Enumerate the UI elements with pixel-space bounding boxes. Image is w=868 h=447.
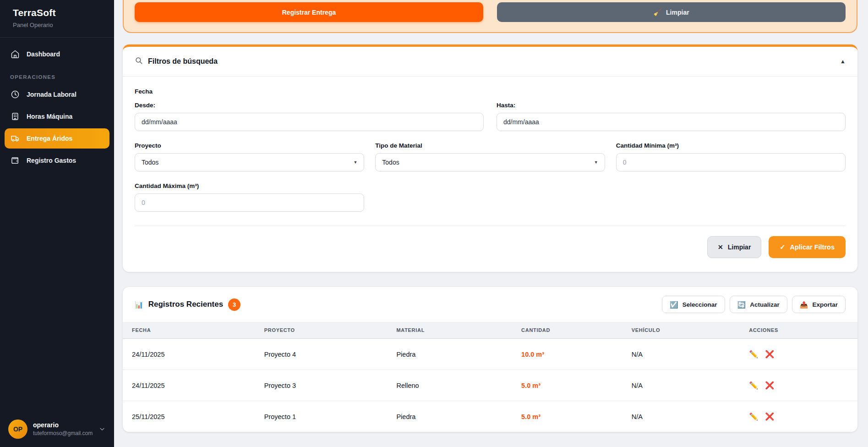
fecha-desde-input[interactable]	[135, 113, 484, 131]
cantidad-maxima-field: Cantidad Máxima (m³)	[135, 182, 364, 212]
records-table: FECHA PROYECTO MATERIAL CANTIDAD VEHÍCUL…	[123, 322, 857, 432]
sidebar-item-label: Horas Máquina	[27, 113, 72, 120]
actualizar-button[interactable]: 🔄 Actualizar	[730, 296, 787, 313]
material-label: Tipo de Material	[375, 142, 605, 149]
sidebar-item-label: Jornada Laboral	[27, 91, 76, 98]
cantidad-minima-label: Cantidad Mínima (m³)	[616, 142, 846, 149]
export-icon: 📤	[800, 301, 808, 308]
brand: TerraSoft Panel Operario	[0, 0, 114, 38]
sidebar-nav: Dashboard OPERACIONES Jornada Laboral Ho…	[0, 38, 114, 412]
main-content: Registrar Entrega 🧹 Limpiar Filtros de b…	[114, 0, 868, 447]
sidebar-item-label: Entrega Áridos	[27, 135, 72, 142]
cell-vehiculo: N/A	[622, 370, 740, 401]
column-header-acciones: ACCIONES	[740, 322, 857, 339]
fecha-group-label: Fecha	[135, 88, 846, 95]
cell-proyecto: Proyecto 3	[255, 370, 388, 401]
edit-pencil-icon[interactable]: ✏️	[749, 381, 758, 390]
wallet-icon	[10, 155, 20, 166]
exportar-button[interactable]: 📤 Exportar	[792, 296, 846, 313]
search-icon	[135, 56, 143, 66]
desde-field: Desde:	[135, 102, 484, 131]
delete-cross-icon[interactable]: ❌	[765, 350, 774, 359]
aplicar-filtros-button[interactable]: ✓ Aplicar Filtros	[769, 236, 846, 258]
sidebar-item-label: Registro Gastos	[27, 157, 76, 164]
fecha-hasta-input[interactable]	[497, 113, 846, 131]
seleccionar-button[interactable]: ☑️ Seleccionar	[662, 296, 725, 313]
sidebar-item-label: Dashboard	[27, 50, 60, 58]
cell-cantidad: 10.0 m³	[512, 339, 622, 370]
column-header-material: MATERIAL	[387, 322, 512, 339]
truck-icon	[10, 133, 20, 143]
cantidad-minima-input[interactable]	[616, 153, 846, 171]
cantidad-maxima-input[interactable]	[135, 193, 364, 212]
cell-fecha: 25/11/2025	[123, 401, 255, 432]
cell-proyecto: Proyecto 1	[255, 401, 388, 432]
sidebar-item-jornada-laboral[interactable]: Jornada Laboral	[5, 84, 109, 105]
cell-fecha: 24/11/2025	[123, 370, 255, 401]
cell-material: Relleno	[387, 370, 512, 401]
limpiar-form-label: Limpiar	[666, 9, 689, 16]
avatar: OP	[8, 419, 27, 439]
desde-label: Desde:	[135, 102, 484, 109]
check-icon: ✓	[780, 243, 785, 251]
records-header: 📊 Registros Recientes 3 ☑️ Seleccionar 🔄…	[123, 287, 857, 322]
filters-title-wrap: Filtros de búsqueda	[135, 56, 218, 66]
seleccionar-label: Seleccionar	[682, 301, 717, 308]
limpiar-filtros-label: Limpiar	[728, 243, 751, 251]
proyecto-selected-value: Todos	[142, 159, 158, 166]
table-row: 24/11/2025 Proyecto 4 Piedra 10.0 m³ N/A…	[123, 339, 857, 370]
registrar-entrega-button[interactable]: Registrar Entrega	[135, 2, 483, 22]
delete-cross-icon[interactable]: ❌	[765, 381, 774, 390]
hasta-label: Hasta:	[497, 102, 846, 109]
limpiar-filtros-button[interactable]: ✕ Limpiar	[707, 236, 761, 258]
cell-vehiculo: N/A	[622, 339, 740, 370]
clock-icon	[10, 89, 20, 99]
x-icon: ✕	[718, 243, 723, 251]
edit-pencil-icon[interactable]: ✏️	[749, 412, 758, 421]
filters-title: Filtros de búsqueda	[148, 57, 218, 66]
sidebar: TerraSoft Panel Operario Dashboard OPERA…	[0, 0, 114, 447]
cell-material: Piedra	[387, 401, 512, 432]
collapse-arrow-icon[interactable]: ▲	[840, 58, 846, 65]
limpiar-form-button[interactable]: 🧹 Limpiar	[497, 2, 846, 22]
records-toolbar: ☑️ Seleccionar 🔄 Actualizar 📤 Exportar	[662, 296, 846, 313]
proyecto-select[interactable]: Todos ▼	[135, 153, 364, 171]
broom-icon: 🧹	[653, 9, 662, 16]
sidebar-item-horas-maquina[interactable]: Horas Máquina	[5, 106, 109, 127]
chevron-down-icon[interactable]	[98, 425, 106, 433]
sidebar-item-dashboard[interactable]: Dashboard	[5, 44, 109, 64]
material-selected-value: Todos	[382, 159, 399, 166]
column-header-proyecto: PROYECTO	[255, 322, 388, 339]
column-header-vehiculo: VEHÍCULO	[622, 322, 740, 339]
table-row: 25/11/2025 Proyecto 1 Piedra 5.0 m³ N/A …	[123, 401, 857, 432]
records-title-wrap: 📊 Registros Recientes 3	[135, 298, 240, 311]
bar-chart-icon: 📊	[135, 301, 143, 308]
refresh-icon: 🔄	[737, 301, 746, 308]
user-name: operario	[33, 421, 93, 430]
app-title: TerraSoft	[13, 7, 101, 18]
delete-cross-icon[interactable]: ❌	[765, 412, 774, 421]
user-email: tuteformoso@gmail.com	[33, 430, 93, 437]
cell-cantidad: 5.0 m³	[512, 401, 622, 432]
proyecto-field: Proyecto Todos ▼	[135, 142, 364, 171]
exportar-label: Exportar	[812, 301, 838, 308]
proyecto-label: Proyecto	[135, 142, 364, 149]
filters-header[interactable]: Filtros de búsqueda ▲	[123, 47, 857, 77]
home-icon	[10, 49, 20, 59]
cell-fecha: 24/11/2025	[123, 339, 255, 370]
table-row: 24/11/2025 Proyecto 3 Relleno 5.0 m³ N/A…	[123, 370, 857, 401]
sidebar-item-registro-gastos[interactable]: Registro Gastos	[5, 150, 109, 171]
filters-actions: ✕ Limpiar ✓ Aplicar Filtros	[135, 226, 846, 258]
material-field: Tipo de Material Todos ▼	[375, 142, 605, 171]
actualizar-label: Actualizar	[750, 301, 780, 308]
material-select[interactable]: Todos ▼	[375, 153, 605, 171]
filters-body: Fecha Desde: Hasta: Proyecto Todos ▼	[123, 77, 857, 272]
user-menu[interactable]: OP operario tuteformoso@gmail.com	[0, 412, 114, 447]
aplicar-filtros-label: Aplicar Filtros	[790, 243, 835, 251]
sidebar-item-entrega-aridos[interactable]: Entrega Áridos	[5, 128, 109, 149]
cell-proyecto: Proyecto 4	[255, 339, 388, 370]
column-header-cantidad: CANTIDAD	[512, 322, 622, 339]
table-header-row: FECHA PROYECTO MATERIAL CANTIDAD VEHÍCUL…	[123, 322, 857, 339]
edit-pencil-icon[interactable]: ✏️	[749, 350, 758, 359]
user-meta: operario tuteformoso@gmail.com	[33, 421, 93, 437]
